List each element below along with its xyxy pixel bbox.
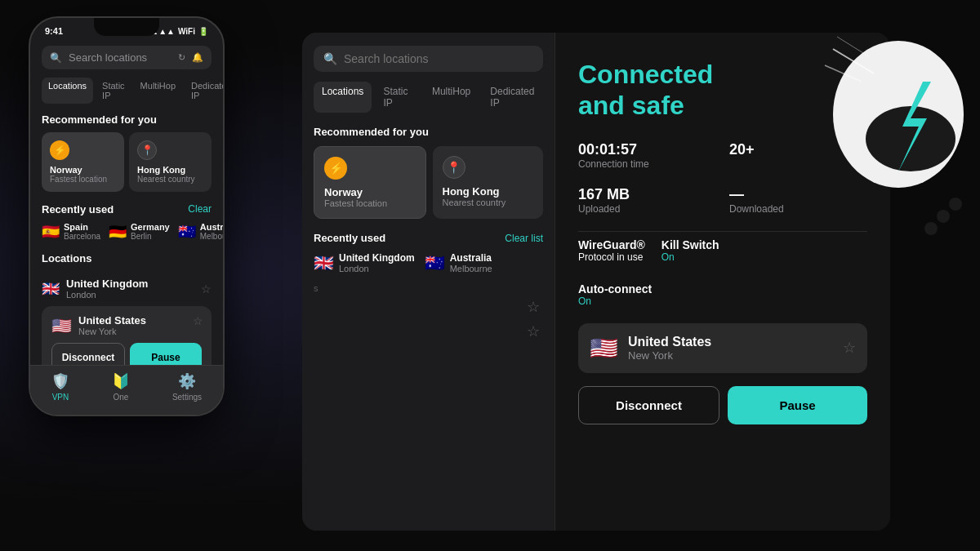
norway-sub: Fastest location bbox=[324, 198, 416, 208]
au-country-phone: Australia bbox=[200, 222, 223, 232]
one-label: One bbox=[113, 393, 128, 402]
phone-recently-title: Recently used bbox=[42, 203, 114, 216]
phone-us-country: United States bbox=[78, 314, 146, 327]
nav-vpn[interactable]: 🛡️ VPN bbox=[51, 372, 69, 402]
phone-lightning-icon: ⚡ bbox=[50, 140, 69, 160]
recently-header: Recently used Clear list bbox=[302, 232, 555, 244]
phone-time: 9:41 bbox=[45, 26, 63, 36]
germany-country: Germany bbox=[131, 222, 170, 232]
active-location-card: 🇺🇸 United States New York ☆ bbox=[578, 323, 867, 373]
settings-label: Settings bbox=[172, 393, 202, 402]
star-icon-2[interactable]: ☆ bbox=[527, 322, 540, 340]
recommended-title: Recommended for you bbox=[302, 126, 555, 138]
phone-recommended-cards: ⚡ Norway Fastest location 📍 Hong Kong Ne… bbox=[42, 132, 212, 192]
phone-locations-title: Locations bbox=[42, 252, 212, 264]
phone-recent-spain[interactable]: 🇪🇸 Spain Barcelona bbox=[42, 222, 100, 241]
recent-items: 🇬🇧 United Kingdom London 🇦🇺 Australia Me… bbox=[302, 252, 555, 273]
phone-screen: 9:41 ▲▲▲ WiFi 🔋 🔍 Search locations ↻ 🔔 L… bbox=[29, 16, 225, 416]
mascot-svg bbox=[702, 0, 980, 278]
uploaded-value: 167 MB bbox=[578, 186, 716, 203]
phone-search-icon: 🔍 bbox=[50, 52, 62, 64]
bell-icon[interactable]: 🔔 bbox=[192, 52, 203, 63]
pause-button[interactable]: Pause bbox=[728, 386, 867, 424]
connection-time-label: Connection time bbox=[578, 158, 716, 170]
svg-point-7 bbox=[937, 210, 950, 223]
phone-pin-icon: 📍 bbox=[137, 140, 157, 160]
uk-city: London bbox=[339, 264, 415, 273]
us-flag: 🇺🇸 bbox=[590, 335, 618, 362]
phone-tab-locations[interactable]: Locations bbox=[42, 78, 93, 104]
phone-tabs: Locations Static IP MultiHop Dedicated I… bbox=[42, 78, 212, 104]
location-city: New York bbox=[628, 349, 711, 362]
recent-australia[interactable]: 🇦🇺 Australia Melbourne bbox=[425, 252, 492, 273]
uk-country: United Kingdom bbox=[339, 252, 415, 264]
recently-title: Recently used bbox=[314, 232, 385, 244]
disconnect-button[interactable]: Disconnect bbox=[578, 386, 719, 424]
phone-us-flag: 🇺🇸 bbox=[51, 316, 72, 335]
phone-recently-header: Recently used Clear bbox=[42, 203, 212, 216]
tab-multihop[interactable]: MultiHop bbox=[424, 82, 479, 113]
uk-flag: 🇬🇧 bbox=[314, 253, 334, 273]
recommended-cards: ⚡ Norway Fastest location 📍 Hong Kong Ne… bbox=[302, 146, 555, 219]
phone-clear-button[interactable]: Clear bbox=[188, 203, 212, 216]
protocol-name: WireGuard® bbox=[578, 238, 645, 251]
vpn-icon: 🛡️ bbox=[51, 372, 69, 390]
phone-uk-flag: 🇬🇧 bbox=[42, 280, 60, 298]
phone-search-text: Search locations bbox=[69, 51, 147, 64]
phone-germany-flag: 🇩🇪 bbox=[109, 223, 127, 241]
au-country: Australia bbox=[450, 252, 492, 264]
refresh-icon[interactable]: ↻ bbox=[178, 52, 185, 63]
spain-city: Barcelona bbox=[64, 232, 100, 241]
au-city: Melbourne bbox=[450, 264, 492, 273]
pin-icon: 📍 bbox=[443, 156, 466, 179]
phone-rec-hongkong[interactable]: 📍 Hong Kong Nearest country bbox=[129, 132, 212, 192]
uploaded-label: Uploaded bbox=[578, 203, 716, 215]
phone-search-bar[interactable]: 🔍 Search locations ↻ 🔔 bbox=[42, 46, 212, 69]
search-icon: 🔍 bbox=[323, 52, 337, 65]
location-country: United States bbox=[628, 335, 711, 349]
auto-connect-value: On bbox=[578, 295, 867, 307]
phone-notch bbox=[94, 18, 159, 36]
protocol-feature: WireGuard® Protocol in use bbox=[578, 238, 645, 263]
phone-us-city: New York bbox=[78, 327, 146, 336]
phone-uk-city: London bbox=[66, 290, 148, 300]
phone-tab-static[interactable]: Static IP bbox=[96, 78, 131, 104]
phone-recent-items: 🇪🇸 Spain Barcelona 🇩🇪 Germany Berlin 🇦🇺 bbox=[42, 222, 212, 241]
phone-hongkong-sub: Nearest country bbox=[137, 175, 203, 184]
phone-uk-row[interactable]: 🇬🇧 United Kingdom London ☆ bbox=[42, 271, 212, 306]
star-icon-1[interactable]: ☆ bbox=[527, 298, 540, 316]
phone-norway: Norway bbox=[50, 165, 116, 175]
action-buttons: Disconnect Pause bbox=[578, 386, 867, 424]
tab-static-ip[interactable]: Static IP bbox=[375, 82, 421, 113]
nav-settings[interactable]: ⚙️ Settings bbox=[172, 372, 202, 402]
phone-norway-sub: Fastest location bbox=[50, 175, 116, 184]
phone-recent-germany[interactable]: 🇩🇪 Germany Berlin bbox=[109, 222, 170, 241]
auto-connect-feature: Auto-connect On bbox=[578, 282, 867, 307]
recent-uk[interactable]: 🇬🇧 United Kingdom London bbox=[314, 252, 415, 273]
status-icons: ▲▲▲ WiFi 🔋 bbox=[150, 27, 208, 36]
nav-one[interactable]: 🔰 One bbox=[112, 372, 130, 402]
clear-list-button[interactable]: Clear list bbox=[505, 233, 543, 244]
hongkong-sub: Nearest country bbox=[443, 198, 534, 207]
tab-dedicated-ip[interactable]: Dedicated IP bbox=[482, 82, 543, 113]
tablet-location-panel: 🔍 Locations Static IP MultiHop Dedicated… bbox=[302, 33, 555, 531]
phone-rec-norway[interactable]: ⚡ Norway Fastest location bbox=[42, 132, 124, 192]
tablet-search-bar[interactable]: 🔍 bbox=[314, 46, 543, 72]
phone-bottom-nav: 🛡️ VPN 🔰 One ⚙️ Settings bbox=[30, 365, 223, 415]
us-star-icon[interactable]: ☆ bbox=[193, 314, 203, 327]
rec-card-norway[interactable]: ⚡ Norway Fastest location bbox=[314, 146, 426, 219]
svg-point-8 bbox=[924, 222, 938, 235]
favorite-icon[interactable]: ☆ bbox=[843, 339, 856, 357]
phone-recent-australia[interactable]: 🇦🇺 Australia Melbourne bbox=[178, 222, 223, 241]
settings-icon: ⚙️ bbox=[178, 372, 196, 390]
connection-time-value: 00:01:57 bbox=[578, 141, 716, 158]
phone-spain-flag: 🇪🇸 bbox=[42, 223, 60, 241]
tab-locations[interactable]: Locations bbox=[314, 82, 372, 113]
rec-card-hongkong[interactable]: 📍 Hong Kong Nearest country bbox=[433, 146, 544, 219]
uk-star-icon[interactable]: ☆ bbox=[201, 282, 212, 295]
search-input[interactable] bbox=[344, 52, 533, 65]
phone-tab-multihop[interactable]: MultiHop bbox=[134, 78, 182, 104]
svg-point-6 bbox=[949, 198, 962, 211]
phone-tab-dedicated[interactable]: Dedicated IP bbox=[185, 78, 223, 104]
phone-uk-country: United Kingdom bbox=[66, 278, 148, 290]
